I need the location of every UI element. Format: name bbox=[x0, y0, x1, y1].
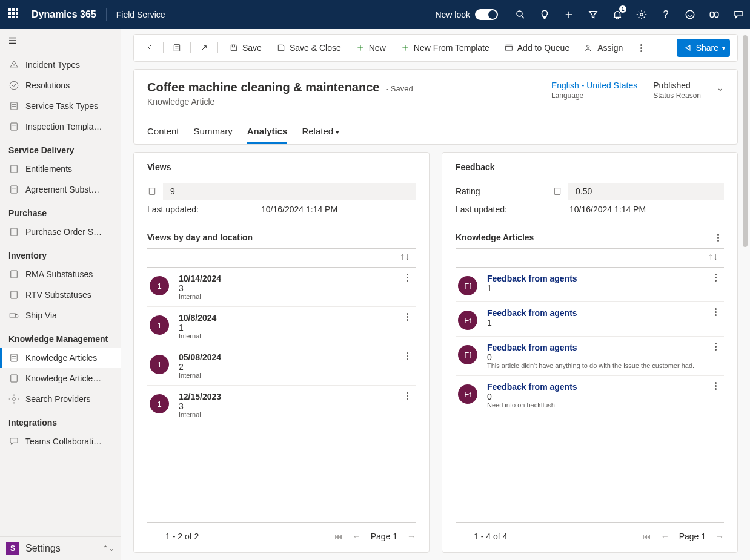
svg-point-12 bbox=[10, 81, 18, 90]
item-menu-button[interactable] bbox=[709, 382, 722, 390]
svg-rect-13 bbox=[11, 102, 18, 110]
list-item[interactable]: 1 12/15/20233Internal bbox=[147, 386, 416, 424]
list-item[interactable]: Ff Feedback from agents1 bbox=[456, 302, 724, 337]
search-icon[interactable] bbox=[515, 9, 526, 20]
item-menu-button[interactable] bbox=[401, 392, 413, 400]
scrollbar[interactable] bbox=[743, 35, 748, 247]
rating-value: 0.50 bbox=[568, 183, 724, 200]
sidebar-group-integrations: Integrations bbox=[0, 409, 121, 431]
help-icon[interactable]: ? bbox=[660, 9, 671, 20]
sidebar-item-inspection-templates[interactable]: Inspection Templa… bbox=[0, 116, 121, 137]
divider bbox=[106, 8, 107, 21]
link-icon[interactable] bbox=[709, 9, 720, 20]
app-launcher-icon[interactable] bbox=[8, 8, 21, 21]
hamburger-icon[interactable] bbox=[0, 29, 121, 54]
item-menu-button[interactable] bbox=[401, 274, 413, 282]
feedback-updated-value: 10/16/2024 1:14 PM bbox=[569, 205, 646, 214]
item-menu-button[interactable] bbox=[709, 308, 722, 316]
item-menu-button[interactable] bbox=[709, 274, 722, 282]
save-button[interactable]: Save bbox=[223, 39, 268, 56]
sidebar-item-knowledge-articles[interactable]: Knowledge Articles bbox=[0, 348, 121, 368]
new-look-toggle[interactable]: New look bbox=[435, 9, 498, 20]
save-close-button[interactable]: Save & Close bbox=[270, 39, 347, 56]
pager-first-icon[interactable]: ⏮ bbox=[334, 532, 343, 541]
sidebar-group-service: Service Delivery bbox=[0, 137, 121, 159]
avatar: 1 bbox=[150, 276, 169, 295]
tab-analytics[interactable]: Analytics bbox=[247, 121, 288, 144]
chevron-down-icon: ▾ bbox=[722, 45, 725, 51]
share-button[interactable]: Share ▾ bbox=[677, 39, 730, 57]
plus-icon[interactable] bbox=[563, 9, 574, 20]
list-item[interactable]: 1 05/08/20242Internal bbox=[147, 346, 416, 386]
sidebar-item-incident-types[interactable]: Incident Types bbox=[0, 54, 121, 75]
svg-rect-28 bbox=[11, 375, 18, 382]
svg-rect-7 bbox=[715, 12, 718, 18]
list-item[interactable]: Ff Feedback from agents0This article did… bbox=[456, 337, 724, 376]
pager-page: Page 1 bbox=[679, 532, 706, 541]
sidebar-item-resolutions[interactable]: Resolutions bbox=[0, 75, 121, 96]
new-from-template-button[interactable]: New From Template bbox=[394, 39, 496, 56]
sidebar-item-teams-collaboration[interactable]: Teams Collaborati… bbox=[0, 431, 121, 452]
back-button[interactable] bbox=[141, 39, 158, 56]
lightbulb-icon[interactable] bbox=[539, 9, 550, 20]
svg-rect-38 bbox=[505, 46, 512, 50]
pager-first-icon[interactable]: ⏮ bbox=[643, 532, 651, 541]
more-commands-button[interactable] bbox=[631, 41, 651, 56]
command-bar: Save Save & Close New New From Template … bbox=[133, 34, 738, 62]
sidebar-footer-settings[interactable]: S Settings ⌃⌄ bbox=[0, 536, 121, 560]
pager-next-icon[interactable]: → bbox=[407, 532, 416, 541]
tab-content[interactable]: Content bbox=[147, 121, 179, 144]
sidebar-item-service-task-types[interactable]: Service Task Types bbox=[0, 96, 121, 116]
assign-button[interactable]: Assign bbox=[578, 39, 629, 56]
chat-icon[interactable] bbox=[733, 9, 744, 20]
item-menu-button[interactable] bbox=[401, 313, 413, 321]
svg-rect-16 bbox=[11, 123, 18, 130]
sort-button[interactable]: ↑↓ bbox=[456, 248, 724, 268]
sidebar-item-ship-via[interactable]: Ship Via bbox=[0, 305, 121, 326]
sidebar-item-knowledge-article-templates[interactable]: Knowledge Article… bbox=[0, 368, 121, 389]
pager-prev-icon[interactable]: ← bbox=[661, 532, 669, 541]
section-menu-button[interactable] bbox=[712, 234, 724, 242]
gear-icon[interactable] bbox=[636, 9, 647, 20]
list-item[interactable]: Ff Feedback from agents1 bbox=[456, 268, 724, 302]
svg-point-0 bbox=[517, 11, 522, 16]
smile-icon[interactable] bbox=[685, 9, 695, 20]
list-item[interactable]: Ff Feedback from agents0Need info on bac… bbox=[456, 376, 724, 415]
sort-button[interactable]: ↑↓ bbox=[147, 248, 416, 268]
saved-indicator: - Saved bbox=[386, 84, 413, 93]
new-button[interactable]: New bbox=[350, 39, 392, 56]
feedback-updated-label: Last updated: bbox=[456, 205, 569, 214]
item-menu-button[interactable] bbox=[401, 352, 413, 360]
sidebar-item-rma-substatuses[interactable]: RMA Substatuses bbox=[0, 264, 121, 285]
tab-summary[interactable]: Summary bbox=[194, 121, 233, 144]
list-item[interactable]: 1 10/14/20243Internal bbox=[147, 268, 416, 307]
feedback-list-title: Knowledge Articles bbox=[456, 232, 534, 242]
svg-line-1 bbox=[522, 16, 524, 18]
list-view-button[interactable] bbox=[168, 39, 185, 56]
language-value[interactable]: English - United States bbox=[551, 81, 637, 90]
bell-icon[interactable]: 1 bbox=[612, 9, 623, 20]
popout-button[interactable] bbox=[196, 39, 213, 56]
sidebar: Incident Types Resolutions Service Task … bbox=[0, 29, 121, 560]
feedback-pager: 1 - 4 of 4 ⏮ ← Page 1 → bbox=[456, 522, 724, 541]
sidebar-item-purchase-order-substatuses[interactable]: Purchase Order S… bbox=[0, 222, 121, 242]
pager-prev-icon[interactable]: ← bbox=[353, 532, 361, 541]
svg-rect-41 bbox=[149, 188, 154, 195]
app-name: Field Service bbox=[116, 10, 165, 19]
sidebar-item-search-providers[interactable]: Search Providers bbox=[0, 389, 121, 409]
item-menu-button[interactable] bbox=[709, 343, 722, 351]
pager-next-icon[interactable]: → bbox=[715, 532, 724, 541]
sidebar-item-rtv-substatuses[interactable]: RTV Substatuses bbox=[0, 285, 121, 305]
top-nav: Dynamics 365 Field Service New look 1 ? bbox=[0, 0, 750, 29]
add-to-queue-button[interactable]: Add to Queue bbox=[498, 39, 576, 56]
filter-icon[interactable] bbox=[588, 9, 599, 20]
list-item[interactable]: 1 10/8/20241Internal bbox=[147, 307, 416, 346]
rating-label: Rating bbox=[456, 186, 546, 196]
toggle-icon bbox=[475, 9, 498, 20]
tab-related[interactable]: Related▾ bbox=[302, 121, 339, 144]
main: Save Save & Close New New From Template … bbox=[121, 29, 750, 560]
expand-header-icon[interactable]: ⌄ bbox=[717, 83, 724, 93]
sidebar-item-agreement-substatuses[interactable]: Agreement Subst… bbox=[0, 179, 121, 200]
sidebar-item-entitlements[interactable]: Entitlements bbox=[0, 159, 121, 179]
svg-point-40 bbox=[587, 45, 589, 47]
